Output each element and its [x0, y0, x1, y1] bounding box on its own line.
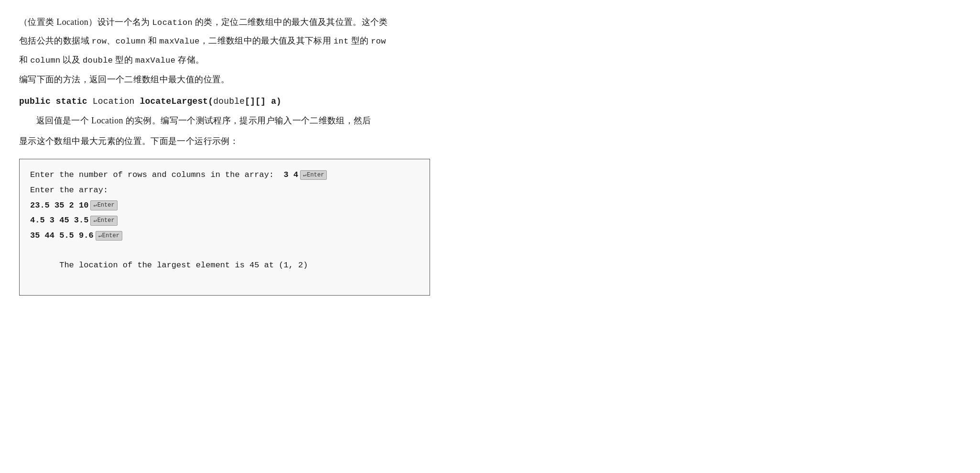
terminal-line1-input: 3 4 [284, 168, 299, 182]
terminal-line5-input: 35 44 5.5 9.6 [30, 229, 94, 243]
paragraph-3: 和 column 以及 double 型的 maxValue 存储。 [19, 52, 927, 68]
terminal-result-text: The location of the largest element is 4… [59, 261, 308, 270]
indented-paragraph-1: 返回值是一个 Location 的实例。编写一个测试程序，提示用户输入一个二维数… [19, 113, 927, 129]
return-type: Location [93, 97, 140, 106]
enter-arrow-icon-3: ↵ [93, 217, 97, 225]
indented-text-1: 返回值是一个 Location 的实例。编写一个测试程序，提示用户输入一个二维数… [36, 116, 371, 125]
paragraph-2: 包括公共的数据域 row、column 和 maxValue，二维数组中的最大值… [19, 33, 927, 49]
enter-key-4: ↵Enter [96, 231, 122, 241]
enter-key-3: ↵Enter [90, 216, 117, 226]
method-name: locateLargest(double[][] a) [140, 97, 282, 106]
p3-text: 和 column 以及 double 型的 maxValue 存储。 [19, 55, 204, 65]
indented-paragraph-2: 显示这个数组中最大元素的位置。下面是一个运行示例： [19, 133, 927, 149]
paragraph-4: 编写下面的方法，返回一个二维数组中最大值的位置。 [19, 72, 927, 88]
enter-arrow-icon-4: ↵ [98, 232, 102, 240]
keyword-public: public static [19, 97, 93, 106]
terminal-line-3: 23.5 35 2 10 ↵Enter [30, 198, 419, 213]
indented-text-2: 显示这个数组中最大元素的位置。下面是一个运行示例： [19, 136, 238, 146]
p2-text: 包括公共的数据域 row、column 和 maxValue，二维数组中的最大值… [19, 36, 386, 45]
enter-key-2: ↵Enter [90, 200, 117, 210]
p4-text: 编写下面的方法，返回一个二维数组中最大值的位置。 [19, 75, 230, 84]
terminal-line-6: The location of the largest element is 4… [30, 244, 419, 286]
terminal-line1-label: Enter the number of rows and columns in … [30, 168, 284, 182]
terminal-line3-input: 23.5 35 2 10 [30, 198, 88, 213]
p1-text: （位置类 Location）设计一个名为 Location 的类，定位二维数组中… [19, 17, 388, 27]
terminal-line-4: 4.5 3 45 3.5 ↵Enter [30, 213, 419, 228]
terminal-line-2: Enter the array: [30, 183, 419, 198]
terminal-line4-input: 4.5 3 45 3.5 [30, 213, 88, 228]
method-signature: public static Location locateLargest(dou… [19, 97, 927, 106]
terminal-box: Enter the number of rows and columns in … [19, 159, 430, 296]
terminal-line-1: Enter the number of rows and columns in … [30, 168, 419, 182]
terminal-line2-text: Enter the array: [30, 183, 108, 198]
enter-key-1: ↵Enter [300, 170, 327, 180]
enter-arrow-icon-1: ↵ [303, 171, 306, 179]
main-content: （位置类 Location）设计一个名为 Location 的类，定位二维数组中… [19, 14, 927, 296]
paragraph-1: （位置类 Location）设计一个名为 Location 的类，定位二维数组中… [19, 14, 927, 30]
terminal-line-5: 35 44 5.5 9.6 ↵Enter [30, 229, 419, 243]
enter-arrow-icon-2: ↵ [93, 201, 97, 209]
